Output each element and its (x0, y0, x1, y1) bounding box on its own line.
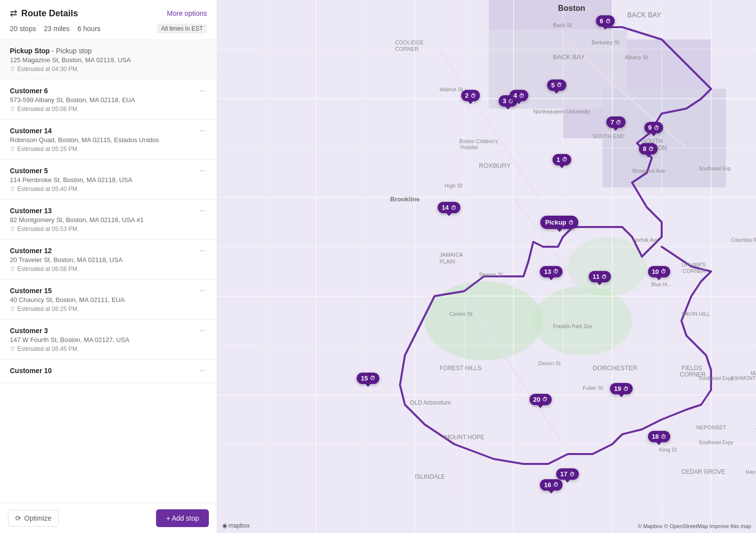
pin-num-5: 5 (551, 81, 555, 89)
map-pin-1[interactable]: 1⏱ (553, 154, 571, 165)
stop-menu-c14[interactable]: ··· (199, 127, 207, 135)
map-pin-20[interactable]: 20⏱ (529, 394, 552, 405)
stop-menu-c10[interactable]: ··· (199, 367, 207, 375)
svg-text:Norfolk Ave: Norfolk Ave (633, 237, 658, 243)
map-pin-10[interactable]: 10⏱ (648, 266, 670, 277)
clock-icon-c12: ⏱ (10, 266, 15, 272)
svg-text:NEPONSET: NEPONSET (696, 424, 726, 430)
svg-text:MOUNT HOPE: MOUNT HOPE (444, 434, 484, 441)
stop-header-c14: Customer 14 ··· (10, 127, 207, 135)
pin-clock-2: ⏱ (471, 93, 476, 99)
svg-text:CORNER: CORNER (395, 46, 419, 52)
pin-clock-8: ⏱ (648, 146, 654, 152)
svg-text:ISLINDALE: ISLINDALE (415, 473, 445, 480)
stop-item-c10[interactable]: Customer 10 ··· (0, 360, 217, 383)
svg-text:PLAIN: PLAIN (439, 259, 455, 265)
stop-menu-c15[interactable]: ··· (199, 287, 207, 295)
pin-clock-9: ⏱ (654, 125, 659, 131)
stop-header-c12: Customer 12 ··· (10, 247, 207, 255)
svg-text:Albany St: Albany St (625, 54, 648, 60)
pin-num-13: 13 (544, 268, 551, 275)
svg-text:JAMAICA: JAMAICA (439, 252, 463, 258)
stop-menu-c6[interactable]: ··· (199, 87, 207, 95)
map-pin-4[interactable]: 4⏱ (510, 90, 528, 101)
svg-text:FIELDS: FIELDS (681, 365, 702, 372)
stop-time-c3: ⏱ Estimated at 06:45 PM. (10, 345, 207, 352)
map-attribution[interactable]: © Mapbox © OpenStreetMap Improve this ma… (637, 523, 751, 529)
svg-text:Southeast Exp: Southeast Exp (699, 166, 731, 171)
stop-menu-c13[interactable]: ··· (199, 207, 207, 215)
stop-item-c5[interactable]: Customer 5 ··· 114 Pembroke St, Boston, … (0, 160, 217, 200)
pickup-pin-label: Pickup (545, 219, 566, 226)
panel-footer: ⟳ Optimize + Add stop (0, 503, 217, 533)
map-pin-18[interactable]: 18⏱ (648, 431, 670, 442)
stop-time-c13: ⏱ Estimated at 05:53 PM. (10, 226, 207, 232)
stop-name-c15: Customer 15 (10, 287, 52, 295)
more-options-button[interactable]: More options (167, 9, 207, 17)
svg-text:SOUTH END: SOUTH END (593, 133, 625, 139)
stop-address-c13: 82 Montgomery St, Boston, MA 02116, USA … (10, 216, 207, 224)
stats-row: 20 stops 23 miles 6 hours All times in E… (10, 24, 207, 34)
map-pin-17[interactable]: 17⏱ (556, 468, 578, 480)
stop-name-c6: Customer 6 (10, 87, 48, 95)
stop-menu-c5[interactable]: ··· (199, 167, 207, 175)
map-pin-16[interactable]: 16⏱ (540, 479, 562, 491)
stop-address-pickup: 125 Magazine St, Boston, MA 02119, USA (10, 56, 207, 64)
sep2 (73, 25, 75, 33)
pin-num-15: 15 (361, 375, 368, 382)
map-area: ROXBURY JAMAICA PLAIN BACK BAY SOUTH BOS… (217, 0, 756, 533)
pin-num-14: 14 (441, 204, 448, 211)
map-pin-5[interactable]: 5⏱ (547, 79, 566, 91)
stop-item-pickup[interactable]: Pickup Stop - Pickup stop 125 Magazine S… (0, 40, 217, 80)
map-pin-6[interactable]: 6⏱ (596, 15, 614, 27)
svg-text:Devon St: Devon St (538, 360, 560, 366)
svg-text:Back St: Back St (553, 22, 572, 28)
stop-item-c3[interactable]: Customer 3 ··· 147 W Fourth St, Boston, … (0, 320, 217, 360)
pickup-pin[interactable]: Pickup ⏱ (540, 216, 579, 229)
map-pin-2[interactable]: 2⏱ (461, 90, 480, 101)
svg-text:High St: High St (444, 183, 462, 189)
svg-text:ROXBURY: ROXBURY (479, 162, 511, 169)
clock-icon-c5: ⏱ (10, 186, 15, 192)
pin-num-3: 3 (503, 97, 506, 105)
stop-name-pickup: Pickup Stop - Pickup stop (10, 47, 92, 55)
stop-menu-c3[interactable]: ··· (199, 327, 207, 335)
pin-num-10: 10 (652, 268, 659, 275)
stops-list: Pickup Stop - Pickup stop 125 Magazine S… (0, 40, 217, 503)
svg-text:Fuller St: Fuller St (583, 385, 603, 391)
svg-text:Seaver St: Seaver St (479, 271, 503, 277)
stop-item-c6[interactable]: Customer 6 ··· 573-599 Albany St, Boston… (0, 80, 217, 120)
stop-time-c6: ⏱ Estimated at 05:06 PM. (10, 106, 207, 113)
add-stop-button[interactable]: + Add stop (156, 509, 209, 527)
stop-item-c13[interactable]: Customer 13 ··· 82 Montgomery St, Boston… (0, 200, 217, 240)
stop-address-c3: 147 W Fourth St, Boston, MA 02127, USA (10, 336, 207, 343)
map-pin-14[interactable]: 14⏱ (438, 202, 460, 213)
stop-time-c14: ⏱ Estimated at 05:25 PM. (10, 146, 207, 152)
svg-text:COOLIDGE: COOLIDGE (395, 39, 424, 45)
hours-count: 6 hours (78, 25, 101, 33)
pin-num-16: 16 (544, 481, 551, 489)
stop-item-c12[interactable]: Customer 12 ··· 20 Traveler St, Boston, … (0, 240, 217, 280)
stop-address-c15: 40 Chauncy St, Boston, MA 02111, EUA (10, 296, 207, 304)
map-pin-7[interactable]: 7⏱ (606, 116, 625, 128)
map-pin-13[interactable]: 13⏱ (540, 266, 562, 277)
map-pin-11[interactable]: 11⏱ (589, 271, 611, 282)
panel-header: ⇄ Route Details More options 20 stops 23… (0, 0, 217, 40)
svg-text:Columbia Rd: Columbia Rd (731, 237, 756, 243)
stop-item-c15[interactable]: Customer 15 ··· 40 Chauncy St, Boston, M… (0, 280, 217, 320)
stop-item-c14[interactable]: Customer 14 ··· Robinson Quad, Boston, M… (0, 120, 217, 160)
map-pin-15[interactable]: 15⏱ (357, 373, 379, 384)
mapbox-logo: ◉ mapbox (222, 522, 250, 529)
stop-name-c12: Customer 12 (10, 247, 52, 255)
pin-clock-14: ⏱ (451, 205, 456, 211)
svg-point-7 (425, 281, 543, 360)
map-pin-8[interactable]: 8⏱ (639, 143, 658, 154)
stop-menu-c12[interactable]: ··· (199, 247, 207, 255)
map-pin-9[interactable]: 9⏱ (644, 122, 663, 133)
sep1 (39, 25, 41, 33)
map-pin-19[interactable]: 19⏱ (610, 383, 633, 394)
pin-num-19: 19 (614, 385, 621, 392)
svg-text:Blue Hi...: Blue Hi... (651, 282, 672, 287)
pin-clock-19: ⏱ (623, 386, 629, 392)
optimize-button[interactable]: ⟳ Optimize (8, 510, 59, 527)
